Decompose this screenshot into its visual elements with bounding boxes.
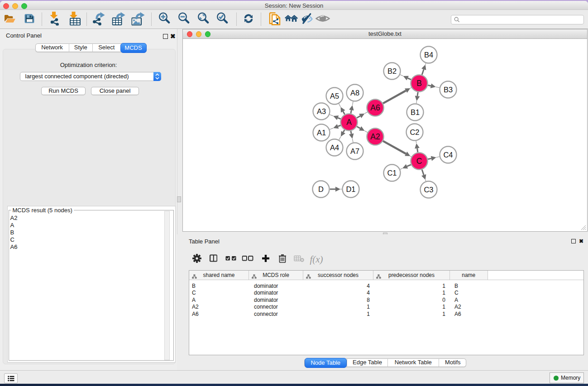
svg-text:C2: C2 <box>410 128 419 136</box>
svg-text:B2: B2 <box>387 67 397 75</box>
svg-text:C4: C4 <box>443 151 453 159</box>
svg-text:C3: C3 <box>424 186 433 194</box>
svg-text:A8: A8 <box>350 89 359 97</box>
svg-text:A1: A1 <box>317 129 326 137</box>
svg-text:A6: A6 <box>370 103 380 112</box>
svg-text:A2: A2 <box>370 132 380 141</box>
svg-text:D: D <box>318 185 324 193</box>
svg-text:B3: B3 <box>444 86 453 94</box>
svg-text:C: C <box>416 157 422 166</box>
svg-text:B4: B4 <box>424 51 433 59</box>
svg-text:B: B <box>416 79 422 88</box>
svg-text:D1: D1 <box>346 185 355 193</box>
svg-text:A4: A4 <box>330 143 339 152</box>
svg-text:A3: A3 <box>317 107 326 115</box>
svg-text:C1: C1 <box>387 169 397 177</box>
svg-text:B1: B1 <box>411 108 420 116</box>
svg-text:A7: A7 <box>350 147 359 155</box>
svg-text:A: A <box>346 118 352 127</box>
svg-text:A5: A5 <box>330 92 339 100</box>
